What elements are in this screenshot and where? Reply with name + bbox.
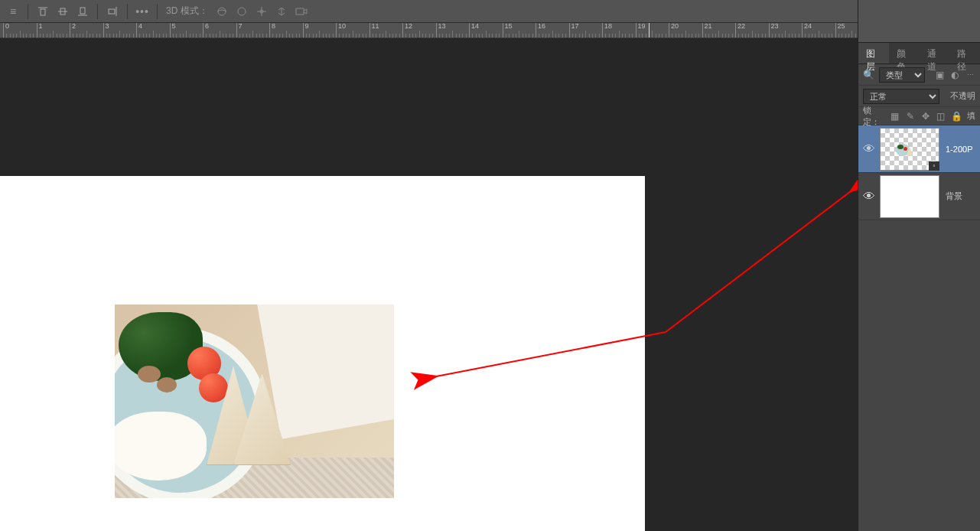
canvas-area[interactable] <box>0 38 858 531</box>
layer-name-label[interactable]: 背景 <box>946 191 962 202</box>
egg-graphic <box>115 412 207 481</box>
placed-smart-object[interactable] <box>115 305 394 498</box>
svg-rect-5 <box>80 8 85 14</box>
book-graphic <box>257 305 394 439</box>
pan-3d-icon[interactable] <box>252 2 271 21</box>
tab-layers[interactable]: 图层 <box>858 43 889 64</box>
layer-name-label[interactable]: 1-200P <box>946 145 972 154</box>
divider <box>157 4 158 19</box>
smart-object-badge-icon: ▫ <box>929 161 939 171</box>
layer-thumbnail[interactable]: ▫ <box>880 128 939 171</box>
filter-more-icon[interactable]: ⋯ <box>965 69 975 81</box>
panel-edge-icon[interactable]: ≡ <box>4 2 22 21</box>
lock-label: 锁定： <box>863 105 885 128</box>
svg-point-9 <box>238 8 246 15</box>
align-right-icon[interactable] <box>103 2 122 21</box>
lock-row: 锁定： ▦ ✎ ✥ ◫ 🔒 填 <box>858 107 980 125</box>
slide-3d-icon[interactable] <box>272 2 291 21</box>
layer-item[interactable]: 👁 ▫ 1-200P <box>858 125 980 173</box>
visibility-toggle-icon[interactable]: 👁 <box>858 142 880 156</box>
filter-image-icon[interactable]: ▣ <box>934 69 945 81</box>
lock-pixels-icon[interactable]: ▦ <box>890 110 900 122</box>
layer-item[interactable]: 👁 背景 <box>858 173 980 220</box>
right-panels: 图层 颜色 通道 路径 🔍 类型 ▣ ◐ ⋯ 正常 不透明 锁定： ▦ ✎ ✥ … <box>858 0 980 531</box>
divider <box>127 4 128 19</box>
mushroom-graphic <box>138 366 161 383</box>
tab-channels[interactable]: 通道 <box>920 43 950 64</box>
orbit-3d-icon[interactable] <box>213 2 231 21</box>
tab-paths[interactable]: 路径 <box>949 43 980 64</box>
lock-brush-icon[interactable]: ✎ <box>905 110 916 122</box>
align-vcenter-icon[interactable] <box>54 2 72 21</box>
divider <box>28 4 28 19</box>
svg-rect-13 <box>296 8 304 15</box>
svg-point-8 <box>218 8 226 15</box>
options-toolbar: ≡ ••• 3D 模式： <box>0 0 980 23</box>
divider <box>97 4 98 19</box>
opacity-label: 不透明 <box>950 90 975 102</box>
lock-position-icon[interactable]: ✥ <box>920 110 931 122</box>
tomato-graphic <box>199 373 228 402</box>
more-options-icon[interactable]: ••• <box>133 2 151 21</box>
mode-3d-label: 3D 模式： <box>166 5 208 18</box>
align-bottom-icon[interactable] <box>73 2 92 21</box>
lock-artboard-icon[interactable]: ◫ <box>936 110 946 122</box>
blend-mode-select[interactable]: 正常 <box>863 89 939 104</box>
filter-type-select[interactable]: 类型 <box>879 67 925 83</box>
panel-tabs: 图层 颜色 通道 路径 <box>858 43 980 64</box>
fill-label: 填 <box>967 110 975 122</box>
tab-colors[interactable]: 颜色 <box>889 43 920 64</box>
artboard[interactable] <box>0 176 645 531</box>
visibility-toggle-icon[interactable]: 👁 <box>858 190 880 204</box>
align-top-icon[interactable] <box>34 2 52 21</box>
horizontal-ruler[interactable]: 0123456789101112131415161718192021222324… <box>0 23 858 38</box>
search-icon[interactable]: 🔍 <box>863 69 874 81</box>
filter-adjust-icon[interactable]: ◐ <box>949 69 960 81</box>
roll-3d-icon[interactable] <box>233 2 251 21</box>
camera-3d-icon[interactable] <box>292 2 311 21</box>
svg-rect-1 <box>41 9 45 15</box>
svg-rect-7 <box>109 9 115 14</box>
panel-gap <box>858 0 980 43</box>
layer-thumbnail[interactable] <box>880 175 939 218</box>
lock-all-icon[interactable]: 🔒 <box>951 110 962 122</box>
thumb-food-graphic <box>896 142 923 161</box>
mushroom-graphic <box>157 377 177 393</box>
